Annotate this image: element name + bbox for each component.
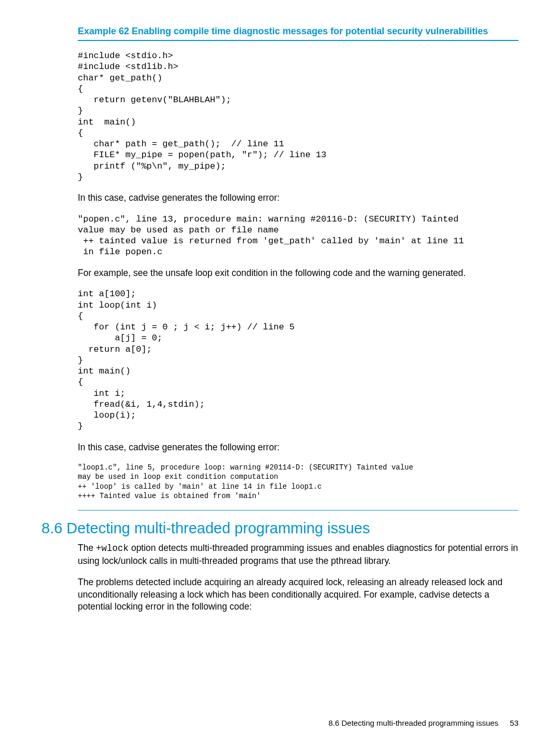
description-3: In this case, cadvise generates the foll…: [78, 441, 519, 454]
description-1: In this case, cadvise generates the foll…: [78, 192, 519, 204]
para1-pre: The: [78, 543, 96, 553]
code-block-1: #include <stdio.h> #include <stdlib.h> c…: [78, 50, 519, 183]
error-output-2: "loop1.c", line 5, procedure loop: warni…: [78, 463, 519, 501]
divider: [78, 40, 519, 41]
divider-end: [78, 510, 519, 510]
para1-post: option detects multi-threaded programmin…: [78, 543, 518, 566]
description-2: For example, see the unsafe loop exit co…: [78, 267, 519, 280]
page-number: 53: [510, 719, 519, 727]
inline-code-wlock: +wlock: [96, 543, 129, 554]
error-output-1: "popen.c", line 13, procedure main: warn…: [78, 214, 519, 258]
section-para-2: The problems detected include acquiring …: [78, 576, 519, 613]
code-block-2: int a[100]; int loop(int i) { for (int j…: [78, 288, 519, 432]
footer-text: 8.6 Detecting multi-threaded programming…: [328, 719, 498, 727]
section-para-1: The +wlock option detects multi-threaded…: [78, 542, 519, 567]
example-title: Example 62 Enabling compile time diagnos…: [78, 26, 519, 37]
page-footer: 8.6 Detecting multi-threaded programming…: [328, 719, 519, 727]
section-heading: 8.6 Detecting multi-threaded programming…: [41, 520, 519, 537]
